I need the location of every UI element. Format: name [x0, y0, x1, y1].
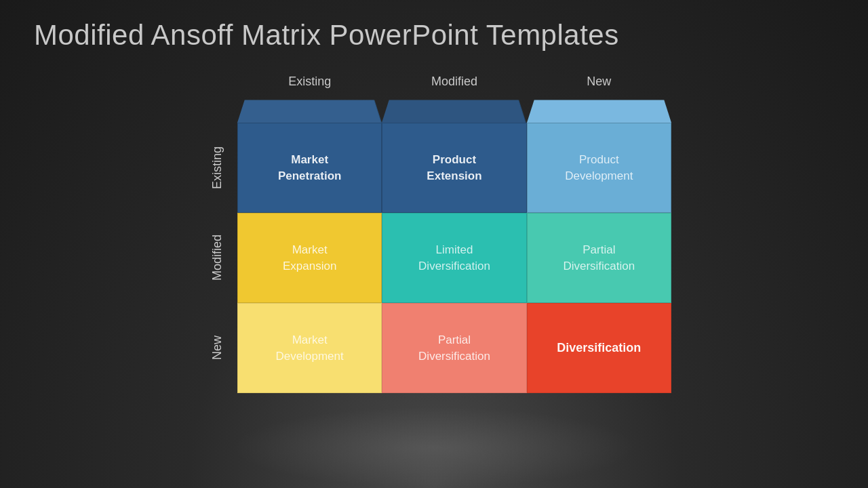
grid-row-2: Market Development Partial Diversificati… [237, 303, 671, 393]
row-label-existing: Existing [197, 123, 237, 213]
row-labels: Existing Modified New [197, 123, 237, 393]
cell-0-1: Product Extension [382, 123, 526, 213]
top-col-1 [237, 89, 382, 123]
cell-1-1: Limited Diversification [382, 213, 526, 303]
cell-1-2: Partial Diversification [527, 213, 671, 303]
cell-2-1: Partial Diversification [382, 303, 526, 393]
page-title: Modified Ansoff Matrix PowerPoint Templa… [0, 0, 868, 52]
col-header-existing: Existing [237, 75, 382, 89]
top-col-2 [382, 89, 526, 123]
row-label-new: New [197, 303, 237, 393]
col-headers: Existing Modified New [237, 75, 671, 89]
top-col-3 [527, 89, 671, 123]
cell-1-0: Market Expansion [237, 213, 382, 303]
main-grid: Existing Modified New Market Penetration… [197, 123, 671, 393]
cell-0-2: Product Development [527, 123, 671, 213]
grid-row-0: Market Penetration Product Extension Pro… [237, 123, 671, 213]
grid: Market Penetration Product Extension Pro… [237, 123, 671, 393]
row-label-modified: Modified [197, 213, 237, 303]
cell-2-2: Diversification [527, 303, 671, 393]
matrix-wrapper: Existing Modified New Existing Modified … [197, 75, 671, 393]
grid-row-1: Market Expansion Limited Diversification… [237, 213, 671, 303]
top-face [237, 89, 671, 123]
cell-0-0: Market Penetration [237, 123, 382, 213]
col-header-modified: Modified [382, 75, 526, 89]
col-header-new: New [527, 75, 671, 89]
cell-2-0: Market Development [237, 303, 382, 393]
